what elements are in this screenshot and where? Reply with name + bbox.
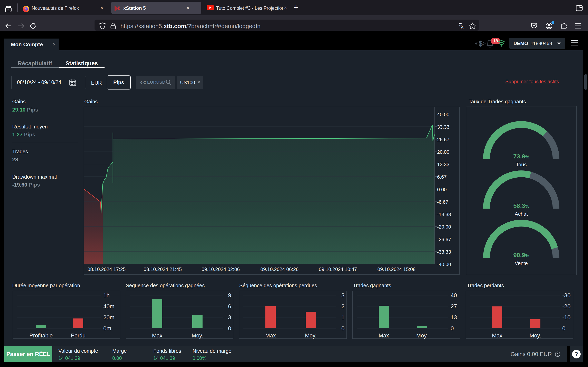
svg-text:26.67: 26.67 [437,137,449,142]
svg-text:90.9%: 90.9% [513,252,529,258]
svg-text:40.00: 40.00 [437,112,449,117]
svg-text:09.10.2024 06:26: 09.10.2024 06:26 [260,267,299,272]
svg-text:-6.67: -6.67 [437,199,448,205]
svg-text:-26.67: -26.67 [437,237,451,242]
svg-text:0.00: 0.00 [437,187,447,192]
svg-text:33.33: 33.33 [437,124,449,130]
svg-text:09.10.2024 10:47: 09.10.2024 10:47 [319,267,357,272]
svg-text:08.10.2024 21:45: 08.10.2024 21:45 [144,267,182,272]
svg-text:09.10.2024 15:08: 09.10.2024 15:08 [378,267,416,272]
svg-text:58.3%: 58.3% [513,202,529,209]
svg-text:6.67: 6.67 [437,174,447,180]
svg-text:Tous: Tous [516,162,527,167]
svg-text:-40.00: -40.00 [437,262,451,267]
svg-text:-13.33: -13.33 [437,212,451,217]
svg-text:A: A [461,25,464,30]
svg-text:09.10.2024 02:06: 09.10.2024 02:06 [202,267,240,272]
svg-text:73.9%: 73.9% [513,153,529,160]
svg-text:Vente: Vente [515,260,528,266]
svg-text:-33.33: -33.33 [437,249,451,255]
svg-text:13.33: 13.33 [437,162,449,167]
svg-text:20.00: 20.00 [437,149,449,155]
svg-text:$: $ [479,39,483,48]
svg-text:-20.00: -20.00 [437,224,451,230]
svg-text:08.10.2024 17:25: 08.10.2024 17:25 [87,267,126,272]
svg-text:Achat: Achat [515,211,528,217]
